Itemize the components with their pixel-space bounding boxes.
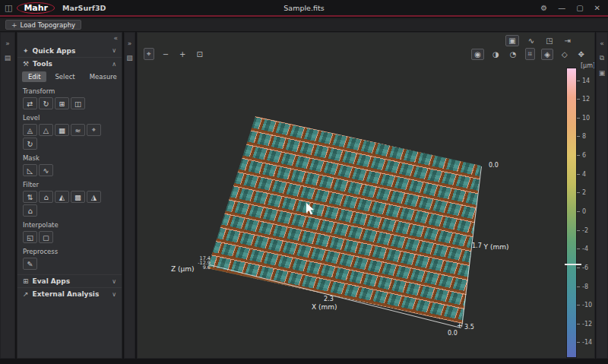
color-solid-icon[interactable]: ◉ [471,49,484,60]
section-interpolate: Interpolate◱▢ [17,218,122,245]
external-link-icon: ↗ [23,290,29,298]
colorbar-unit-label: [µm] [581,62,595,69]
zoom-fit-icon[interactable]: ⊡ [194,49,204,59]
section-transform: Transform⇄↻⊞◫ [17,84,122,111]
interpolate-fill-button[interactable]: ◱ [23,231,37,243]
y-axis-max-label: 0.0 [489,162,499,169]
texture-view-icon[interactable]: ▣ [505,35,518,46]
rotate-3d-icon[interactable]: ✥ [576,49,587,59]
export-view-icon[interactable]: ⇥ [562,36,573,46]
color-segment-icon[interactable]: ◔ [508,49,519,59]
colorbar: [µm] 14121086420-2-4-6-8-10-12-14 [566,68,577,358]
y-axis-label: 1.7 Y (mm) [472,242,509,251]
diamond-outline-icon[interactable]: ◇ [559,49,570,59]
color-contrast-icon[interactable]: ◑ [490,49,502,59]
level-three-point-button[interactable]: △ [39,124,53,136]
orientation-gizmo-icon[interactable]: ⌖ [144,48,154,60]
section-mask: Mask◺∿ [17,151,122,178]
x-axis-tick: 2.3 [324,296,334,302]
diamond-filled-icon[interactable]: ◈ [541,49,553,60]
filter-highpass-button[interactable]: ◭ [55,191,69,203]
section-label: Transform [23,87,116,95]
level-reset-button[interactable]: ↻ [23,138,37,150]
load-topography-button[interactable]: + Load Topography [5,20,81,30]
level-waviness-button[interactable]: ≈ [71,124,85,136]
colorbar-tick: -6 [577,264,588,271]
quick-apps-icon: ✦ [23,47,29,55]
profile-view-icon[interactable]: ∿ [526,36,537,46]
topography-surface[interactable] [138,33,594,358]
level-align-button[interactable]: ⌖ [87,124,101,136]
viewport-3d[interactable]: ⌖−+⊡ ▣∿◳⇥ ◉◑◔⌗◈◇✥ 0.0 1.7 Y (mm) 3.5 0.0… [137,32,595,359]
mini-rail: » ▧ [124,32,135,359]
interpolate-crop-button[interactable]: ▢ [39,231,53,243]
fit-screen-button[interactable]: ◫ [71,97,85,109]
eval-apps-label: Eval Apps [33,277,71,285]
colorbar-tick: 12 [577,96,590,103]
colorbar-marker[interactable] [565,264,581,265]
colorbar-tick: 0 [577,208,586,215]
resample-button[interactable]: ⊞ [55,97,69,109]
tools-sections: Transform⇄↻⊞◫Level◬△▦≈⌖↻Mask◺∿Filter⇅⌂◭▩… [17,84,122,271]
expand-panel-icon[interactable]: » [1,40,14,47]
filter-lowpass-button[interactable]: ⌂ [39,191,53,203]
axis-origin-marker: + [457,321,463,329]
colorbar-tick: -14 [577,339,592,346]
section-label: Filter [23,181,116,188]
colorbar-tick: 8 [577,133,586,140]
mask-polygon-button[interactable]: ◺ [23,164,37,176]
library-icon[interactable]: ▤ [1,54,14,62]
section-label: Interpolate [23,221,116,229]
palette-icon[interactable]: ▣ [597,69,607,77]
tools-header[interactable]: ⚒ Tools ∧ [17,57,122,70]
corner-origin-label: 0.0 [448,330,458,337]
history-icon[interactable]: ▧ [125,54,135,62]
section-preprocess: Preprocess✎ [17,245,122,271]
external-analysis-label: External Analysis [33,290,100,298]
mask-threshold-button[interactable]: ∿ [39,164,53,176]
level-histogram-button[interactable]: ▦ [55,124,69,136]
collapse-panel-icon[interactable]: « [597,40,607,47]
colorbar-tick: -4 [577,245,588,252]
collapse-panel-icon[interactable]: « [113,34,118,42]
tab-select[interactable]: Select [49,71,81,82]
zoom-in-icon[interactable]: + [177,49,188,59]
zoom-out-icon[interactable]: − [160,49,171,59]
preprocess-edit-button[interactable]: ✎ [23,258,37,270]
rotate-button[interactable]: ↻ [39,97,53,109]
section-filter: Filter⇅⌂◭▩◮⌂ [17,178,122,218]
expand-panel-icon[interactable]: » [125,40,135,47]
filter-median-button[interactable]: ▩ [71,191,85,203]
tools-icon: ⚒ [23,60,29,68]
close-icon[interactable]: ✕ [594,4,600,12]
left-rail: » ▤ [0,32,15,359]
minimize-icon[interactable]: — [558,4,565,12]
grid-overlay-icon[interactable]: ⌗ [525,48,536,60]
tab-edit[interactable]: Edit [22,71,46,82]
sidebar-toggle-icon[interactable]: ◫ [5,3,12,13]
filter-spatial-button[interactable]: ⇅ [23,191,37,203]
y-axis-tick: 1.7 [472,242,482,249]
mahr-logo: Mahr [17,2,55,14]
chevron-down-icon: ∨ [112,47,116,54]
z-axis-ticks: 17.4-12.99.6 [194,256,211,270]
maximize-icon[interactable]: ▢ [576,4,583,12]
render-toolbar-row2: ◉◑◔⌗◈◇✥ [471,48,587,60]
app-name: MarSurf3D [62,4,106,12]
filter-robust-button[interactable]: ⌂ [23,204,37,217]
quick-apps-header[interactable]: ✦ Quick Apps ∨ [17,44,122,57]
mesh-view-icon[interactable]: ◳ [543,36,555,46]
layers-icon[interactable]: ⧉ [597,54,607,62]
settings-gear-icon[interactable]: ⚙ [540,4,547,12]
view-controls: ⌖−+⊡ [144,48,205,60]
colorbar-tick: -10 [577,302,592,309]
external-analysis-header[interactable]: ↗ External Analysis ∨ [17,287,122,300]
load-topography-label: Load Topography [21,21,76,29]
section-label: Preprocess [23,248,116,255]
flip-horizontal-button[interactable]: ⇄ [23,97,37,109]
section-level: Level◬△▦≈⌖↻ [17,111,122,151]
filter-gaussian-button[interactable]: ◮ [87,191,101,203]
eval-apps-header[interactable]: ⊞ Eval Apps ∨ [17,274,122,287]
tab-measure[interactable]: Measure [84,71,123,82]
level-plane-button[interactable]: ◬ [23,124,37,136]
